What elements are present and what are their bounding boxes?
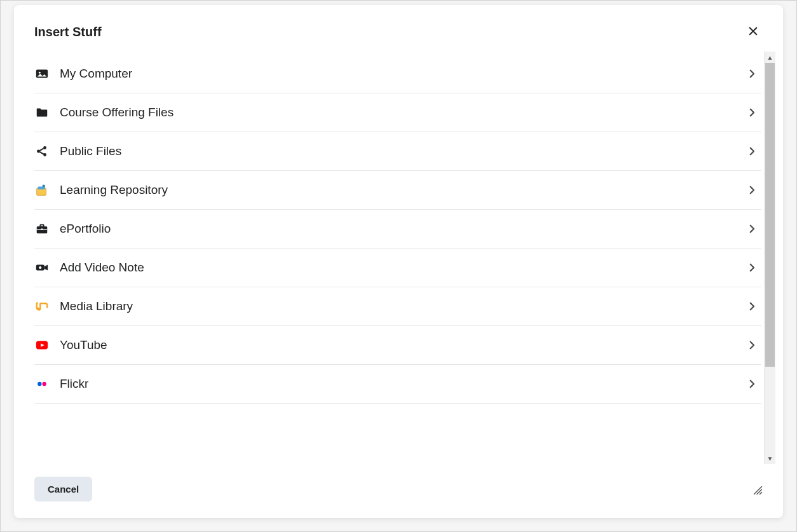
close-icon: [747, 25, 759, 39]
list-item-label: Learning Repository: [60, 183, 736, 197]
svg-point-16: [39, 266, 41, 269]
svg-line-7: [39, 148, 43, 151]
list-item-add-video-note[interactable]: Add Video Note: [34, 249, 761, 287]
share-icon: [34, 144, 50, 158]
cancel-button[interactable]: Cancel: [34, 477, 92, 501]
svg-point-19: [37, 382, 41, 386]
scrollbar[interactable]: ▲ ▼: [764, 51, 775, 464]
video-camera-icon: [34, 261, 50, 275]
list-item-public-files[interactable]: Public Files: [34, 132, 761, 171]
resize-handle-icon[interactable]: [751, 484, 763, 495]
scroll-track[interactable]: [765, 63, 775, 453]
list-item-my-computer[interactable]: My Computer: [34, 51, 761, 93]
list-item-label: Public Files: [60, 144, 736, 158]
insert-source-list: My Computer Course Offering Files: [34, 51, 761, 404]
list-item-label: Add Video Note: [60, 261, 736, 275]
list-item-eportfolio[interactable]: ePortfolio: [34, 210, 761, 249]
chevron-right-icon: [746, 107, 758, 118]
scroll-up-arrow-icon[interactable]: ▲: [765, 51, 775, 63]
image-icon: [34, 67, 50, 81]
close-button[interactable]: [744, 22, 763, 43]
modal-header: Insert Stuff: [14, 5, 783, 51]
media-library-icon: [34, 299, 50, 313]
svg-point-3: [39, 72, 41, 74]
youtube-icon: [34, 338, 50, 352]
svg-line-23: [760, 492, 762, 494]
list-item-flickr[interactable]: Flickr: [34, 365, 761, 404]
chevron-right-icon: [746, 223, 758, 235]
list-item-media-library[interactable]: Media Library: [34, 287, 761, 326]
flickr-icon: [34, 377, 50, 391]
svg-point-20: [42, 382, 46, 386]
svg-line-8: [39, 152, 43, 154]
chevron-right-icon: [746, 68, 758, 79]
chevron-right-icon: [746, 378, 758, 390]
svg-rect-12: [40, 225, 44, 228]
list-item-course-offering-files[interactable]: Course Offering Files: [34, 93, 761, 132]
modal-title: Insert Stuff: [34, 25, 102, 39]
list-item-label: YouTube: [60, 338, 736, 352]
scroll-down-arrow-icon[interactable]: ▼: [765, 453, 775, 464]
briefcase-icon: [34, 222, 50, 236]
list-wrapper: My Computer Course Offering Files: [34, 51, 764, 464]
scroll-thumb[interactable]: [765, 63, 775, 367]
list-item-label: My Computer: [60, 67, 736, 81]
list-item-label: Flickr: [60, 377, 736, 391]
svg-point-17: [37, 308, 40, 310]
list-item-label: Media Library: [60, 299, 736, 313]
svg-rect-14: [41, 229, 43, 230]
modal-footer: Cancel: [14, 464, 783, 518]
list-item-youtube[interactable]: YouTube: [34, 326, 761, 365]
modal-body: My Computer Course Offering Files: [14, 51, 783, 464]
chevron-right-icon: [746, 146, 758, 157]
chevron-right-icon: [746, 262, 758, 273]
chevron-right-icon: [746, 301, 758, 312]
list-item-learning-repository[interactable]: Learning Repository: [34, 171, 761, 210]
list-item-label: Course Offering Files: [60, 106, 736, 119]
svg-rect-10: [38, 187, 45, 190]
folder-icon: [34, 106, 50, 119]
repository-icon: [34, 183, 50, 197]
insert-stuff-modal: Insert Stuff: [14, 5, 783, 518]
list-item-label: ePortfolio: [60, 222, 736, 236]
chevron-right-icon: [746, 339, 758, 351]
chevron-right-icon: [746, 184, 758, 196]
